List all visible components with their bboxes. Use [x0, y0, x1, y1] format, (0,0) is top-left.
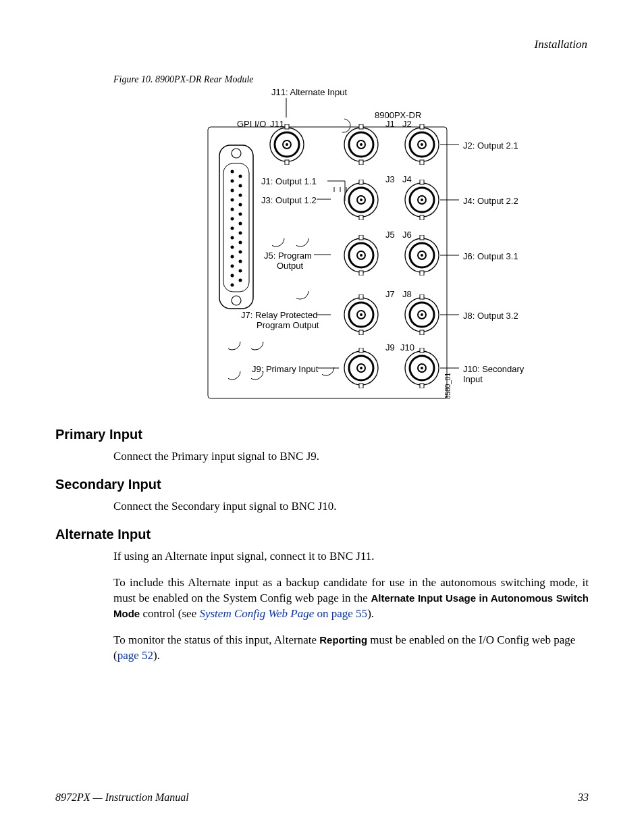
svg-point-18 — [231, 189, 234, 192]
label-side-code: 8580_01 — [444, 373, 452, 399]
heading-secondary-input: Secondary Input — [55, 477, 589, 492]
label-j9-primary: J9: Primary Input — [252, 364, 318, 374]
svg-point-29 — [239, 241, 242, 244]
page-footer: 8972PX — Instruction Manual 33 — [55, 791, 589, 804]
svg-point-34 — [231, 265, 234, 268]
bnc-j4 — [402, 180, 442, 220]
text-primary-p1: Connect the Primary input signal to BNC … — [113, 449, 589, 465]
label-j6-output: J6: Output 3.1 — [463, 251, 518, 261]
text-alternate-p3c: ). — [153, 649, 160, 662]
conn-label-j5: J5 — [385, 230, 395, 240]
svg-rect-10 — [219, 145, 253, 309]
svg-point-25 — [239, 222, 242, 226]
text-secondary-p1: Connect the Secondary input signal to BN… — [113, 499, 589, 515]
svg-point-6 — [292, 230, 308, 246]
svg-point-8 — [318, 359, 334, 375]
link-page-55[interactable]: on page 55 — [314, 607, 367, 620]
svg-point-22 — [231, 208, 234, 211]
svg-rect-13 — [223, 163, 249, 292]
conn-label-j1: J1 — [385, 119, 395, 129]
svg-point-33 — [239, 260, 242, 263]
conn-label-j11: J11 — [270, 119, 284, 129]
text-alternate-p2b: control (see — [140, 607, 199, 620]
bnc-j3 — [341, 180, 381, 220]
svg-point-28 — [231, 236, 234, 240]
text-alternate-p1: If using an Alternate input signal, conn… — [113, 549, 589, 565]
figure-caption: Figure 10. 8900PX-DR Rear Module — [113, 74, 589, 85]
svg-point-21 — [239, 203, 242, 207]
bnc-j5 — [341, 235, 381, 276]
svg-point-20 — [231, 199, 234, 202]
text-alternate-p2c: ). — [367, 607, 374, 620]
label-j1-output: J1: Output 1.1 — [261, 176, 317, 186]
footer-title: 8972PX — Instruction Manual — [55, 791, 189, 804]
svg-point-26 — [231, 227, 234, 230]
svg-point-23 — [239, 213, 242, 216]
heading-alternate-input: Alternate Input — [55, 527, 589, 542]
svg-point-32 — [231, 255, 234, 259]
label-j8-output: J8: Output 3.2 — [463, 311, 518, 321]
link-system-config[interactable]: System Config Web Page — [199, 607, 314, 620]
bnc-j10 — [402, 348, 442, 388]
svg-point-7 — [292, 283, 308, 299]
label-j2-output: J2: Output 2.1 — [463, 140, 518, 151]
svg-point-27 — [239, 232, 242, 235]
svg-point-36 — [231, 274, 234, 278]
conn-label-j6: J6 — [402, 230, 412, 240]
svg-point-24 — [231, 217, 234, 221]
label-j3-output: J3: Output 1.2 — [261, 195, 317, 205]
rear-module-diagram: J11: Alternate Input 8900PX-DR GPI I/O — [135, 89, 533, 407]
conn-label-j2: J2 — [402, 119, 412, 129]
label-j5-program-b: Output — [277, 261, 303, 271]
label-j10-secondary: J10: Secondary Input — [463, 364, 533, 384]
text-alternate-p3: To monitor the status of this input, Alt… — [113, 633, 589, 664]
svg-point-37 — [239, 279, 242, 282]
footer-page-number: 33 — [578, 791, 589, 804]
bnc-j9 — [341, 348, 381, 388]
svg-point-3 — [224, 363, 240, 380]
heading-primary-input: Primary Input — [55, 427, 589, 442]
bold-reporting: Reporting — [319, 634, 367, 646]
svg-point-14 — [231, 170, 234, 174]
label-j7-relay-a: J7: Relay Protected — [241, 310, 317, 320]
bnc-j8 — [402, 294, 442, 335]
page-header-section: Installation — [55, 38, 589, 51]
label-j5-program-a: J5: Program — [264, 251, 312, 261]
svg-point-1 — [224, 334, 240, 350]
svg-point-38 — [231, 284, 234, 287]
conn-label-j7: J7 — [385, 289, 395, 299]
conn-label-j3: J3 — [385, 174, 395, 184]
svg-point-15 — [239, 175, 242, 178]
bnc-j1 — [341, 124, 381, 165]
svg-point-31 — [239, 251, 242, 254]
bnc-j11 — [267, 124, 307, 165]
bnc-j6 — [402, 235, 442, 276]
module-outline — [135, 89, 533, 407]
svg-point-5 — [268, 230, 284, 246]
text-alternate-p3a: To monitor the status of this input, Alt… — [113, 633, 319, 646]
svg-point-16 — [231, 180, 234, 183]
label-j4-output: J4: Output 2.2 — [463, 196, 518, 206]
link-page-52[interactable]: page 52 — [117, 649, 153, 662]
text-alternate-p2: To include this Alternate input as a bac… — [113, 575, 589, 622]
conn-label-j10: J10 — [400, 342, 414, 353]
svg-point-19 — [239, 194, 242, 197]
conn-label-j4: J4 — [402, 174, 412, 184]
svg-point-17 — [239, 184, 242, 188]
conn-label-j9: J9 — [385, 342, 395, 353]
bnc-j7 — [341, 294, 381, 335]
svg-point-35 — [239, 269, 242, 273]
svg-point-2 — [247, 334, 263, 350]
svg-point-30 — [231, 246, 234, 249]
bnc-j2 — [402, 124, 442, 165]
conn-label-j8: J8 — [402, 289, 412, 299]
svg-point-12 — [232, 296, 241, 305]
svg-point-11 — [232, 149, 241, 158]
label-j7-relay-b: Program Output — [257, 320, 319, 330]
